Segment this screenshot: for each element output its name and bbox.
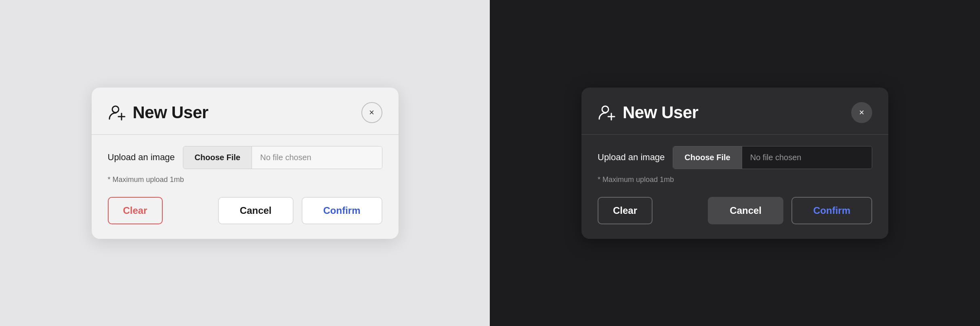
no-file-text-dark: No file chosen bbox=[742, 146, 872, 169]
max-upload-note-light: * Maximum upload 1mb bbox=[108, 176, 382, 184]
user-plus-icon-light bbox=[108, 103, 127, 122]
panel-light: New User × Upload an image Choose File N… bbox=[0, 0, 490, 326]
close-button-light[interactable]: × bbox=[361, 102, 382, 123]
title-group-dark: New User bbox=[598, 103, 698, 122]
confirm-button-dark[interactable]: Confirm bbox=[791, 197, 872, 224]
modal-header-dark: New User × bbox=[598, 102, 872, 123]
file-input-wrapper-dark: Choose File No file chosen bbox=[673, 146, 872, 169]
upload-label-light: Upload an image bbox=[108, 152, 175, 163]
max-upload-note-dark: * Maximum upload 1mb bbox=[598, 176, 872, 184]
upload-row-dark: Upload an image Choose File No file chos… bbox=[598, 146, 872, 169]
clear-button-dark[interactable]: Clear bbox=[598, 197, 653, 224]
modal-light: New User × Upload an image Choose File N… bbox=[92, 88, 399, 239]
confirm-button-light[interactable]: Confirm bbox=[302, 197, 382, 224]
divider-dark bbox=[581, 134, 888, 135]
actions-row-dark: Clear Cancel Confirm bbox=[598, 197, 872, 224]
upload-row-light: Upload an image Choose File No file chos… bbox=[108, 146, 382, 169]
clear-button-light[interactable]: Clear bbox=[108, 197, 163, 224]
choose-file-button-dark[interactable]: Choose File bbox=[673, 146, 742, 169]
cancel-button-light[interactable]: Cancel bbox=[218, 197, 294, 224]
user-plus-icon-dark bbox=[598, 103, 617, 122]
modal-title-light: New User bbox=[133, 103, 208, 122]
cancel-button-dark[interactable]: Cancel bbox=[708, 197, 783, 224]
title-group-light: New User bbox=[108, 103, 208, 122]
close-button-dark[interactable]: × bbox=[851, 102, 872, 123]
modal-title-dark: New User bbox=[623, 103, 698, 122]
svg-point-0 bbox=[112, 106, 119, 113]
actions-row-light: Clear Cancel Confirm bbox=[108, 197, 382, 224]
divider-light bbox=[92, 134, 399, 135]
no-file-text-light: No file chosen bbox=[252, 146, 382, 169]
modal-dark: New User × Upload an image Choose File N… bbox=[581, 88, 888, 239]
modal-header-light: New User × bbox=[108, 102, 382, 123]
panel-dark: New User × Upload an image Choose File N… bbox=[490, 0, 980, 326]
upload-label-dark: Upload an image bbox=[598, 152, 665, 163]
file-input-wrapper-light: Choose File No file chosen bbox=[183, 146, 382, 169]
svg-point-3 bbox=[602, 106, 609, 113]
close-icon-light: × bbox=[369, 107, 374, 118]
close-icon-dark: × bbox=[859, 107, 865, 118]
choose-file-button-light[interactable]: Choose File bbox=[183, 146, 252, 169]
